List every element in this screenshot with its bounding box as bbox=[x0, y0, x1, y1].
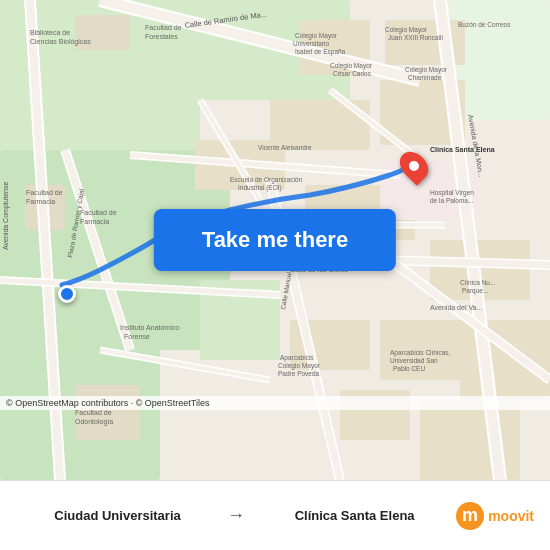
svg-text:Isabel de España: Isabel de España bbox=[295, 48, 346, 56]
svg-text:Facultad de: Facultad de bbox=[80, 209, 117, 216]
svg-text:Juan XXIII Roncalli: Juan XXIII Roncalli bbox=[388, 34, 443, 41]
svg-text:Aparcabicis: Aparcabicis bbox=[280, 354, 314, 362]
origin-label-container: Ciudad Universitaria bbox=[16, 508, 219, 523]
svg-text:Colegio Mayor: Colegio Mayor bbox=[278, 362, 321, 370]
svg-rect-17 bbox=[460, 320, 550, 400]
svg-text:Forense: Forense bbox=[124, 333, 150, 340]
map-attribution: © OpenStreetMap contributors · © OpenStr… bbox=[0, 396, 550, 410]
svg-text:Padre Poveda: Padre Poveda bbox=[278, 370, 320, 377]
svg-text:Hospital Virgen: Hospital Virgen bbox=[430, 189, 474, 197]
svg-text:Clínica Santa Elena: Clínica Santa Elena bbox=[430, 146, 495, 153]
svg-text:César Carlos: César Carlos bbox=[333, 70, 372, 77]
svg-text:Aparcabicis Clínicas,: Aparcabicis Clínicas, bbox=[390, 349, 451, 357]
svg-text:Facultad de: Facultad de bbox=[26, 189, 63, 196]
svg-text:Colegio Mayor: Colegio Mayor bbox=[405, 66, 448, 74]
svg-text:Colegio Mayor: Colegio Mayor bbox=[295, 32, 338, 40]
route-arrow: → bbox=[227, 505, 245, 526]
svg-text:Clínica Nu...: Clínica Nu... bbox=[460, 279, 496, 286]
origin-marker bbox=[58, 285, 76, 303]
svg-text:Farmacia: Farmacia bbox=[80, 218, 109, 225]
svg-text:Chaminade: Chaminade bbox=[408, 74, 442, 81]
svg-text:Forestales: Forestales bbox=[145, 33, 178, 40]
svg-text:Avenida del Va...: Avenida del Va... bbox=[430, 304, 482, 311]
svg-text:Colegio Mayor: Colegio Mayor bbox=[385, 26, 428, 34]
destination-name: Clínica Santa Elena bbox=[295, 508, 415, 523]
svg-text:Industrial (EOI): Industrial (EOI) bbox=[238, 184, 282, 192]
destination-label-container: Clínica Santa Elena bbox=[253, 508, 456, 523]
take-me-there-button[interactable]: Take me there bbox=[154, 209, 396, 271]
svg-text:Facultad de: Facultad de bbox=[75, 409, 112, 416]
moovit-wordmark: moovit bbox=[488, 508, 534, 524]
svg-text:Parque...: Parque... bbox=[462, 287, 489, 295]
svg-text:Biblioteca de: Biblioteca de bbox=[30, 29, 70, 36]
svg-text:Avenida Complutense: Avenida Complutense bbox=[2, 182, 10, 250]
moovit-icon: m bbox=[456, 502, 484, 530]
svg-text:Facultad de: Facultad de bbox=[145, 24, 182, 31]
svg-text:Farmacia: Farmacia bbox=[26, 198, 55, 205]
svg-text:Colegio Mayor: Colegio Mayor bbox=[330, 62, 373, 70]
svg-text:Buzón de Correos: Buzón de Correos bbox=[458, 21, 511, 28]
svg-text:Vicente Aleixandre: Vicente Aleixandre bbox=[258, 144, 312, 151]
svg-text:Odontología: Odontología bbox=[75, 418, 113, 426]
app: Biblioteca de Ciencias Biológicas Facult… bbox=[0, 0, 550, 550]
moovit-logo: m moovit bbox=[456, 502, 534, 530]
svg-text:Instituto Anatómico: Instituto Anatómico bbox=[120, 324, 179, 331]
map-container: Biblioteca de Ciencias Biológicas Facult… bbox=[0, 0, 550, 480]
destination-marker bbox=[402, 150, 426, 182]
svg-text:de la Paloma...: de la Paloma... bbox=[430, 197, 474, 204]
bottom-bar: Ciudad Universitaria → Clínica Santa Ele… bbox=[0, 480, 550, 550]
svg-text:Pablo CEU: Pablo CEU bbox=[393, 365, 425, 372]
svg-text:Ciencias Biológicas: Ciencias Biológicas bbox=[30, 38, 91, 46]
svg-text:Universidad San: Universidad San bbox=[390, 357, 438, 364]
svg-text:Escuela de Organización: Escuela de Organización bbox=[230, 176, 303, 184]
origin-name: Ciudad Universitaria bbox=[54, 508, 180, 523]
svg-text:Universitario: Universitario bbox=[293, 40, 330, 47]
